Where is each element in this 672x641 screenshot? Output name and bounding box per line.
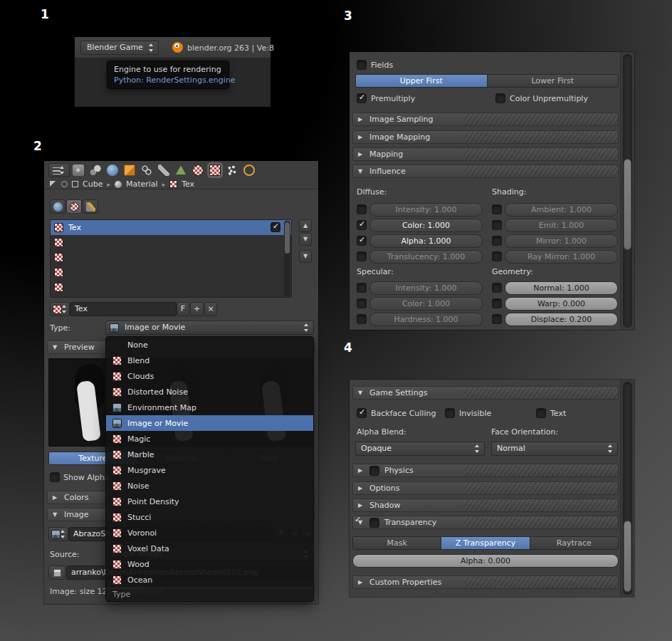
editor-type-button[interactable] — [48, 163, 70, 177]
slot-specials-button[interactable]: ▼ — [299, 250, 312, 263]
transparency-checkbox[interactable] — [369, 518, 379, 528]
geometry-warp-checkbox[interactable] — [492, 298, 502, 308]
modifiers-tab-icon[interactable] — [158, 165, 169, 176]
breadcrumb-texture[interactable]: Tex — [182, 179, 194, 189]
menu-item-none[interactable]: None — [106, 337, 313, 353]
scrollbar-thumb[interactable] — [285, 222, 290, 254]
texture-slot[interactable] — [51, 250, 291, 265]
options-header[interactable]: Options — [352, 481, 619, 495]
render-engine-dropdown[interactable]: Blender Game — [80, 41, 159, 55]
material-tab-icon[interactable] — [192, 165, 204, 176]
diffuse-translucency-checkbox[interactable] — [357, 251, 367, 261]
alpha-blend-dropdown[interactable]: Opaque — [355, 442, 485, 456]
texture-name-field[interactable]: Tex — [70, 302, 177, 316]
render-tab-icon[interactable] — [73, 165, 84, 176]
world-tab-icon[interactable] — [107, 165, 118, 176]
geometry-displace-checkbox[interactable] — [492, 314, 502, 324]
color-unpremultiply-checkbox[interactable] — [495, 93, 505, 103]
menu-item-voxel-data[interactable]: Voxel Data — [106, 541, 313, 556]
lower-first-button[interactable]: Lower First — [488, 75, 619, 87]
shading-ambient-checkbox[interactable] — [492, 204, 502, 214]
geometry-displace-slider[interactable]: Displace: 0.200 — [505, 313, 618, 326]
scrollbar-thumb[interactable] — [624, 521, 631, 592]
show-alpha-checkbox[interactable] — [50, 472, 60, 482]
diffuse-intensity-slider[interactable]: Intensity: 1.000 — [369, 203, 483, 217]
physics-checkbox[interactable] — [369, 466, 379, 476]
premultiply-checkbox[interactable] — [357, 93, 367, 103]
breadcrumb-material[interactable]: Material — [126, 179, 158, 189]
image-browse-button[interactable] — [48, 527, 68, 541]
texture-slot-active[interactable]: Tex — [51, 220, 291, 235]
shading-ray-mirror-slider[interactable]: Ray Mirror: 1.000 — [505, 250, 618, 264]
texture-browse-button[interactable] — [50, 302, 70, 316]
menu-item-distorted-noise[interactable]: Distorted Noise — [106, 384, 313, 400]
diffuse-color-checkbox[interactable] — [357, 220, 367, 230]
pin-icon[interactable] — [61, 181, 68, 187]
texture-type-dropdown[interactable]: Image or Movie — [105, 320, 314, 335]
transparency-header[interactable]: Transparency — [352, 516, 619, 529]
menu-item-noise[interactable]: Noise — [106, 478, 313, 494]
menu-item-clouds[interactable]: Clouds — [106, 368, 313, 384]
specular-color-slider[interactable]: Color: 1.000 — [369, 297, 483, 311]
menu-item-marble[interactable]: Marble — [106, 447, 313, 462]
face-orientation-dropdown[interactable]: Normal — [491, 442, 618, 456]
texture-slot[interactable] — [51, 235, 291, 250]
file-browse-button[interactable] — [48, 566, 65, 580]
diffuse-alpha-checkbox[interactable] — [357, 236, 367, 246]
shading-ray-mirror-checkbox[interactable] — [492, 251, 502, 261]
shading-emit-checkbox[interactable] — [492, 220, 502, 230]
game-settings-header[interactable]: Game Settings — [352, 386, 619, 400]
menu-item-point-density[interactable]: Point Density — [106, 494, 313, 509]
z-transparency-button[interactable]: Z Transparency — [441, 537, 530, 549]
specular-color-checkbox[interactable] — [357, 298, 367, 308]
texture-tab-icon[interactable] — [209, 165, 221, 176]
slot-enable-checkbox[interactable] — [271, 222, 280, 232]
text-checkbox[interactable] — [536, 408, 546, 418]
menu-item-environment-map[interactable]: Environment Map — [106, 400, 313, 415]
upper-first-button[interactable]: Upper First — [356, 75, 488, 87]
specular-intensity-slider[interactable]: Intensity: 1.000 — [369, 281, 483, 295]
specular-intensity-checkbox[interactable] — [357, 283, 367, 293]
mapping-header[interactable]: Mapping — [352, 147, 619, 161]
specular-hardness-checkbox[interactable] — [357, 314, 367, 324]
menu-item-voronoi[interactable]: Voronoi — [106, 525, 313, 541]
shading-ambient-slider[interactable]: Ambient: 1.000 — [505, 203, 618, 217]
shadow-header[interactable]: Shadow — [352, 499, 619, 512]
physics-header[interactable]: Physics — [352, 464, 619, 477]
raytrace-button[interactable]: Raytrace — [530, 537, 618, 549]
diffuse-intensity-checkbox[interactable] — [357, 204, 367, 214]
diffuse-color-slider[interactable]: Color: 1.000 — [369, 219, 483, 232]
backface-culling-checkbox[interactable] — [357, 408, 367, 418]
specular-hardness-slider[interactable]: Hardness: 1.000 — [369, 313, 483, 326]
world-texture-context-button[interactable] — [50, 199, 65, 214]
object-tab-icon[interactable] — [124, 165, 135, 176]
new-texture-button[interactable]: + — [190, 302, 204, 316]
menu-item-ocean[interactable]: Ocean — [106, 572, 313, 588]
diffuse-translucency-slider[interactable]: Translucency: 1.000 — [369, 250, 483, 264]
geometry-warp-slider[interactable]: Warp: 0.000 — [505, 297, 618, 311]
diffuse-alpha-slider[interactable]: Alpha: 1.000 — [369, 234, 483, 248]
unlink-texture-button[interactable]: × — [204, 302, 217, 316]
breadcrumb-object[interactable]: Cube — [83, 179, 103, 189]
fields-checkbox[interactable] — [357, 60, 367, 70]
menu-item-wood[interactable]: Wood — [106, 556, 313, 572]
brush-texture-context-button[interactable] — [83, 199, 98, 214]
material-texture-context-button[interactable] — [66, 199, 82, 214]
scrollbar-thumb[interactable] — [624, 159, 631, 250]
invisible-checkbox[interactable] — [445, 408, 455, 418]
alpha-slider[interactable]: Alpha: 0.000 — [352, 554, 619, 568]
texture-slot[interactable] — [51, 265, 291, 280]
constraints-tab-icon[interactable] — [141, 165, 152, 176]
image-sampling-header[interactable]: Image Sampling — [352, 113, 619, 126]
menu-item-magic[interactable]: Magic — [106, 431, 313, 447]
image-mapping-header[interactable]: Image Mapping — [352, 130, 619, 144]
move-slot-up-button[interactable]: ▲ — [299, 219, 312, 232]
scene-tab-icon[interactable] — [90, 165, 101, 176]
move-slot-down-button[interactable]: ▼ — [299, 233, 312, 246]
shading-mirror-slider[interactable]: Mirror: 1.000 — [505, 234, 618, 248]
menu-item-musgrave[interactable]: Musgrave — [106, 462, 313, 478]
mask-button[interactable]: Mask — [353, 537, 441, 549]
custom-properties-header[interactable]: Custom Properties — [352, 575, 619, 589]
geometry-normal-slider[interactable]: Normal: 1.000 — [505, 281, 618, 295]
shading-emit-slider[interactable]: Emit: 1.000 — [505, 219, 618, 232]
